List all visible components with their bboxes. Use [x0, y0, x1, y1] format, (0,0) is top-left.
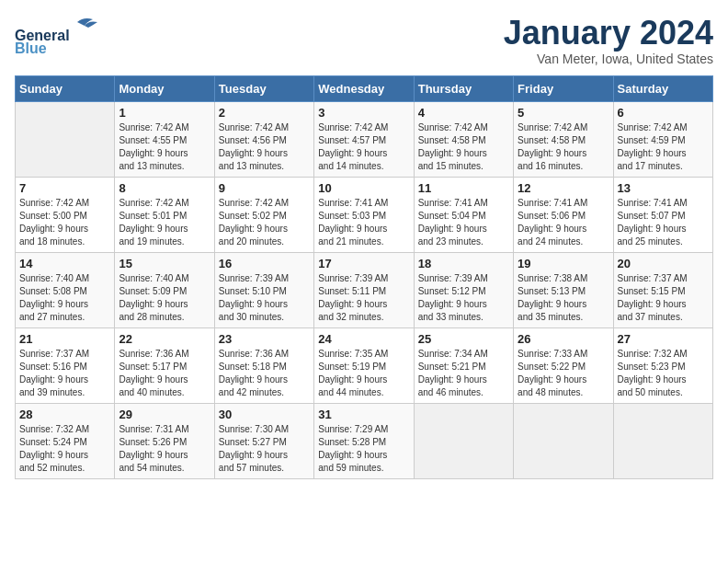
day-info: Sunrise: 7:35 AMSunset: 5:19 PMDaylight:… [318, 348, 409, 399]
calendar-title: January 2024 [504, 15, 713, 52]
calendar-cell: 1Sunrise: 7:42 AMSunset: 4:55 PMDaylight… [115, 101, 214, 177]
calendar-table: SundayMondayTuesdayWednesdayThursdayFrid… [15, 75, 713, 479]
calendar-cell: 8Sunrise: 7:42 AMSunset: 5:01 PMDaylight… [115, 177, 214, 252]
logo-svg: General Blue [15, 15, 125, 56]
calendar-cell: 21Sunrise: 7:37 AMSunset: 5:16 PMDayligh… [16, 327, 115, 403]
day-info: Sunrise: 7:29 AMSunset: 5:28 PMDaylight:… [318, 423, 409, 475]
day-info: Sunrise: 7:41 AMSunset: 5:04 PMDaylight:… [418, 197, 509, 248]
day-number: 27 [618, 332, 709, 346]
calendar-cell: 11Sunrise: 7:41 AMSunset: 5:04 PMDayligh… [414, 177, 513, 252]
calendar-cell: 2Sunrise: 7:42 AMSunset: 4:56 PMDaylight… [214, 101, 313, 177]
day-info: Sunrise: 7:40 AMSunset: 5:09 PMDaylight:… [119, 272, 210, 324]
calendar-cell: 19Sunrise: 7:38 AMSunset: 5:13 PMDayligh… [514, 252, 613, 327]
calendar-cell: 23Sunrise: 7:36 AMSunset: 5:18 PMDayligh… [214, 327, 313, 403]
day-number: 26 [518, 332, 609, 346]
day-info: Sunrise: 7:33 AMSunset: 5:22 PMDaylight:… [518, 348, 609, 399]
day-info: Sunrise: 7:41 AMSunset: 5:06 PMDaylight:… [518, 197, 609, 248]
day-number: 9 [219, 181, 310, 195]
day-info: Sunrise: 7:37 AMSunset: 5:15 PMDaylight:… [618, 272, 709, 324]
calendar-cell: 26Sunrise: 7:33 AMSunset: 5:22 PMDayligh… [514, 327, 613, 403]
calendar-cell: 7Sunrise: 7:42 AMSunset: 5:00 PMDaylight… [16, 177, 115, 252]
week-row-4: 21Sunrise: 7:37 AMSunset: 5:16 PMDayligh… [16, 327, 713, 403]
svg-text:Blue: Blue [15, 40, 47, 56]
calendar-cell: 14Sunrise: 7:40 AMSunset: 5:08 PMDayligh… [16, 252, 115, 327]
day-info: Sunrise: 7:42 AMSunset: 5:01 PMDaylight:… [119, 197, 210, 248]
calendar-cell: 13Sunrise: 7:41 AMSunset: 5:07 PMDayligh… [613, 177, 712, 252]
calendar-subtitle: Van Meter, Iowa, United States [504, 52, 713, 66]
calendar-cell: 29Sunrise: 7:31 AMSunset: 5:26 PMDayligh… [115, 403, 214, 478]
calendar-cell: 9Sunrise: 7:42 AMSunset: 5:02 PMDaylight… [214, 177, 313, 252]
week-row-2: 7Sunrise: 7:42 AMSunset: 5:00 PMDaylight… [16, 177, 713, 252]
day-number: 8 [119, 181, 210, 195]
day-info: Sunrise: 7:42 AMSunset: 4:56 PMDaylight:… [219, 121, 310, 173]
calendar-cell [414, 403, 513, 478]
calendar-cell: 5Sunrise: 7:42 AMSunset: 4:58 PMDaylight… [514, 101, 613, 177]
day-info: Sunrise: 7:39 AMSunset: 5:10 PMDaylight:… [219, 272, 310, 324]
day-info: Sunrise: 7:31 AMSunset: 5:26 PMDaylight:… [119, 423, 210, 475]
weekday-header-friday: Friday [514, 75, 613, 101]
day-info: Sunrise: 7:37 AMSunset: 5:16 PMDaylight:… [19, 348, 110, 399]
day-info: Sunrise: 7:41 AMSunset: 5:03 PMDaylight:… [318, 197, 409, 248]
day-number: 1 [119, 106, 210, 120]
day-info: Sunrise: 7:36 AMSunset: 5:18 PMDaylight:… [219, 348, 310, 399]
calendar-cell: 10Sunrise: 7:41 AMSunset: 5:03 PMDayligh… [314, 177, 414, 252]
day-number: 5 [518, 106, 609, 120]
day-number: 12 [518, 181, 609, 195]
day-number: 25 [418, 332, 509, 346]
week-row-5: 28Sunrise: 7:32 AMSunset: 5:24 PMDayligh… [16, 403, 713, 478]
day-info: Sunrise: 7:42 AMSunset: 4:55 PMDaylight:… [119, 121, 210, 173]
day-number: 17 [318, 257, 409, 270]
calendar-cell: 6Sunrise: 7:42 AMSunset: 4:59 PMDaylight… [613, 101, 712, 177]
calendar-cell: 28Sunrise: 7:32 AMSunset: 5:24 PMDayligh… [16, 403, 115, 478]
weekday-header-thursday: Thursday [414, 75, 513, 101]
day-number: 10 [318, 181, 409, 195]
day-number: 11 [418, 181, 509, 195]
weekday-header-row: SundayMondayTuesdayWednesdayThursdayFrid… [16, 75, 713, 101]
calendar-cell [514, 403, 613, 478]
calendar-cell: 27Sunrise: 7:32 AMSunset: 5:23 PMDayligh… [613, 327, 712, 403]
day-info: Sunrise: 7:39 AMSunset: 5:12 PMDaylight:… [418, 272, 509, 324]
logo: General Blue [15, 15, 125, 56]
day-number: 6 [618, 106, 709, 120]
calendar-cell [613, 403, 712, 478]
day-number: 23 [219, 332, 310, 346]
day-info: Sunrise: 7:41 AMSunset: 5:07 PMDaylight:… [618, 197, 709, 248]
day-info: Sunrise: 7:42 AMSunset: 5:00 PMDaylight:… [19, 197, 110, 248]
day-number: 19 [518, 257, 609, 270]
day-number: 2 [219, 106, 310, 120]
day-info: Sunrise: 7:38 AMSunset: 5:13 PMDaylight:… [518, 272, 609, 324]
calendar-cell: 12Sunrise: 7:41 AMSunset: 5:06 PMDayligh… [514, 177, 613, 252]
day-info: Sunrise: 7:32 AMSunset: 5:24 PMDaylight:… [19, 423, 110, 475]
day-number: 30 [219, 408, 310, 421]
day-info: Sunrise: 7:42 AMSunset: 4:58 PMDaylight:… [418, 121, 509, 173]
day-info: Sunrise: 7:30 AMSunset: 5:27 PMDaylight:… [219, 423, 310, 475]
day-number: 31 [318, 408, 409, 421]
weekday-header-tuesday: Tuesday [214, 75, 313, 101]
title-area: January 2024 Van Meter, Iowa, United Sta… [504, 15, 713, 66]
calendar-cell: 15Sunrise: 7:40 AMSunset: 5:09 PMDayligh… [115, 252, 214, 327]
header: General Blue January 2024 Van Meter, Iow… [15, 15, 713, 66]
day-info: Sunrise: 7:39 AMSunset: 5:11 PMDaylight:… [318, 272, 409, 324]
day-info: Sunrise: 7:40 AMSunset: 5:08 PMDaylight:… [19, 272, 110, 324]
day-number: 28 [19, 408, 110, 421]
calendar-cell: 4Sunrise: 7:42 AMSunset: 4:58 PMDaylight… [414, 101, 513, 177]
calendar-cell: 22Sunrise: 7:36 AMSunset: 5:17 PMDayligh… [115, 327, 214, 403]
day-info: Sunrise: 7:42 AMSunset: 4:59 PMDaylight:… [618, 121, 709, 173]
calendar-cell: 30Sunrise: 7:30 AMSunset: 5:27 PMDayligh… [214, 403, 313, 478]
day-number: 18 [418, 257, 509, 270]
weekday-header-sunday: Sunday [16, 75, 115, 101]
calendar-cell: 18Sunrise: 7:39 AMSunset: 5:12 PMDayligh… [414, 252, 513, 327]
day-number: 21 [19, 332, 110, 346]
day-number: 4 [418, 106, 509, 120]
calendar-cell: 25Sunrise: 7:34 AMSunset: 5:21 PMDayligh… [414, 327, 513, 403]
calendar-cell: 3Sunrise: 7:42 AMSunset: 4:57 PMDaylight… [314, 101, 414, 177]
weekday-header-wednesday: Wednesday [314, 75, 414, 101]
day-info: Sunrise: 7:34 AMSunset: 5:21 PMDaylight:… [418, 348, 509, 399]
day-info: Sunrise: 7:32 AMSunset: 5:23 PMDaylight:… [618, 348, 709, 399]
weekday-header-saturday: Saturday [613, 75, 712, 101]
calendar-cell: 20Sunrise: 7:37 AMSunset: 5:15 PMDayligh… [613, 252, 712, 327]
day-number: 22 [119, 332, 210, 346]
weekday-header-monday: Monday [115, 75, 214, 101]
day-number: 13 [618, 181, 709, 195]
week-row-3: 14Sunrise: 7:40 AMSunset: 5:08 PMDayligh… [16, 252, 713, 327]
